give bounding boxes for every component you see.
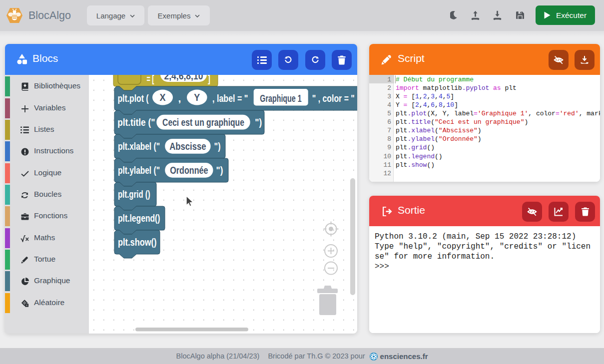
svg-text:plt.grid (): plt.grid ()	[118, 188, 150, 200]
svg-text:plt.legend(): plt.legend()	[118, 212, 160, 224]
svg-text:= [: = [	[147, 75, 154, 84]
svg-text:, label = ": , label = "	[212, 92, 248, 104]
svg-text:Y: Y	[194, 91, 200, 103]
svg-text:plt.xlabel (": plt.xlabel ("	[118, 140, 160, 152]
svg-text:,: ,	[178, 92, 181, 104]
svg-text:Ceci est un graphique: Ceci est un graphique	[162, 116, 244, 128]
svg-text:Ordonnée: Ordonnée	[170, 164, 208, 176]
svg-text:plt.show(): plt.show()	[118, 236, 157, 248]
svg-text:Abscisse: Abscisse	[169, 140, 206, 152]
svg-text:"): ")	[255, 116, 262, 128]
svg-text:" , color = ": " , color = "	[312, 92, 355, 104]
svg-text:plt.plot (: plt.plot (	[118, 92, 149, 104]
svg-text:"): ")	[214, 140, 221, 152]
svg-text:]: ]	[208, 75, 210, 84]
svg-text:X: X	[160, 91, 166, 103]
svg-text:plt.title (": plt.title ("	[117, 116, 155, 128]
svg-text:2,4,6,8,10: 2,4,6,8,10	[164, 75, 203, 81]
svg-text:Graphique 1: Graphique 1	[260, 92, 302, 104]
svg-text:"): ")	[216, 164, 223, 176]
svg-text:plt.ylabel (": plt.ylabel ("	[118, 164, 160, 176]
